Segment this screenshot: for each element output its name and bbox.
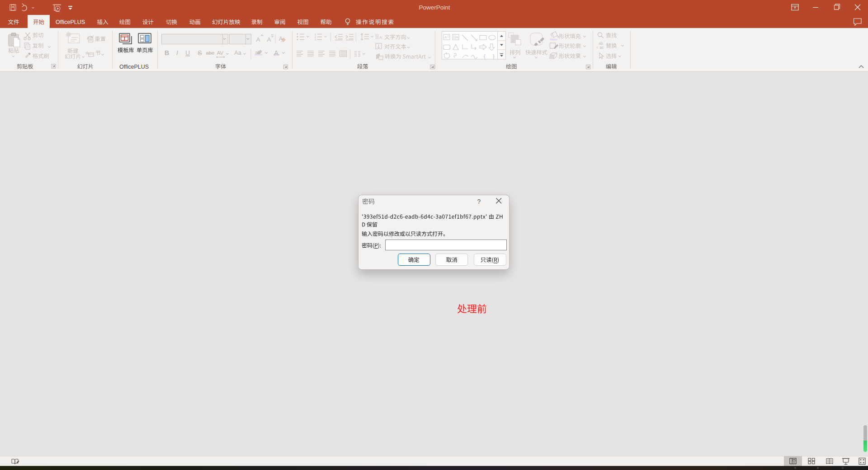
svg-text:A: A bbox=[444, 35, 447, 39]
svg-text:?: ? bbox=[477, 198, 481, 205]
svg-text:A: A bbox=[379, 35, 382, 40]
svg-text:ac: ac bbox=[600, 45, 604, 50]
svg-text:AV: AV bbox=[217, 50, 224, 56]
svg-text:I: I bbox=[176, 49, 178, 56]
svg-text:PowerPoint: PowerPoint bbox=[419, 4, 450, 11]
svg-text:{: { bbox=[484, 53, 486, 60]
svg-text:Aa: Aa bbox=[234, 50, 241, 56]
svg-text:A: A bbox=[279, 36, 283, 42]
svg-text:S: S bbox=[198, 49, 202, 56]
svg-text:}: } bbox=[493, 53, 495, 60]
svg-text:OfficePLUS: OfficePLUS bbox=[56, 19, 85, 25]
svg-text:ab: ab bbox=[255, 50, 260, 55]
svg-text:A: A bbox=[256, 36, 260, 43]
svg-text:B: B bbox=[165, 49, 169, 56]
svg-text:A: A bbox=[274, 49, 278, 56]
svg-text:OfficePLUS: OfficePLUS bbox=[119, 64, 149, 70]
svg-text:U: U bbox=[185, 49, 190, 56]
svg-text:A: A bbox=[267, 36, 271, 43]
svg-text:abe: abe bbox=[206, 50, 214, 56]
svg-text:3: 3 bbox=[315, 38, 316, 41]
svg-text:A: A bbox=[456, 35, 458, 39]
